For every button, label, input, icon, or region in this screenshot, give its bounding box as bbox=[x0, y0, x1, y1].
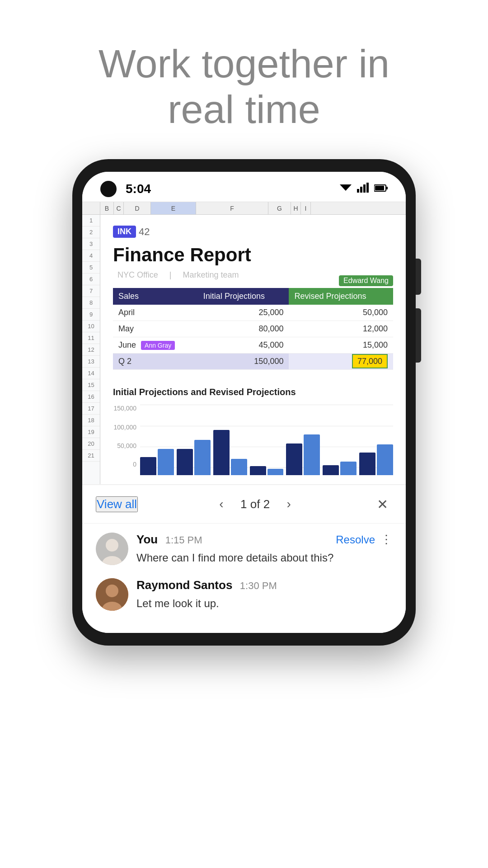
table-cell-label: Q 2 bbox=[113, 354, 198, 370]
doc-office: NYC Office bbox=[117, 270, 158, 279]
chart-y-labels: 150,000 100,000 50,000 0 bbox=[113, 405, 140, 468]
hero-section: Work together in real time bbox=[0, 0, 488, 159]
bar-light bbox=[231, 459, 247, 475]
bottom-panel: View all ‹ 1 of 2 › ✕ bbox=[82, 484, 406, 632]
chart-area: 150,000 100,000 50,000 0 bbox=[113, 405, 393, 477]
table-cell-initial: 150,000 bbox=[198, 354, 289, 370]
bar-dark bbox=[323, 465, 339, 475]
status-bar: 5:04 bbox=[82, 172, 406, 202]
table-row: May 80,000 12,000 bbox=[113, 321, 393, 337]
phone-screen: 5:04 bbox=[82, 172, 406, 632]
table-header-sales: Sales bbox=[113, 288, 198, 305]
resolve-button[interactable]: Resolve bbox=[336, 533, 375, 546]
bar-dark bbox=[286, 443, 302, 475]
close-button[interactable]: ✕ bbox=[372, 494, 392, 514]
signal-icon bbox=[357, 183, 369, 195]
table-cell-revised: 50,000 bbox=[289, 305, 393, 321]
table-cell-label: May bbox=[113, 321, 198, 337]
table-cell-revised: 12,000 bbox=[289, 321, 393, 337]
more-options-button[interactable]: ⋮ bbox=[380, 533, 392, 547]
comment-header: You 1:15 PM Resolve ⋮ bbox=[136, 533, 392, 547]
doc-content: INK 42 Finance Report NYC Office | Marke… bbox=[100, 215, 406, 387]
bar-light bbox=[377, 444, 393, 475]
svg-rect-4 bbox=[366, 183, 369, 193]
doc-badge: INK 42 bbox=[113, 226, 150, 238]
comment-author: Raymond Santos bbox=[136, 578, 232, 592]
comments-section: You 1:15 PM Resolve ⋮ Where can I find m… bbox=[82, 524, 406, 632]
table-cell-label: June Ann Gray bbox=[113, 337, 198, 354]
comment-author: You bbox=[136, 533, 158, 546]
comment-body: You 1:15 PM Resolve ⋮ Where can I find m… bbox=[136, 533, 392, 566]
comment-item: You 1:15 PM Resolve ⋮ Where can I find m… bbox=[96, 533, 392, 566]
nav-pagination: ‹ 1 of 2 › bbox=[211, 494, 299, 514]
row-numbers: 1 2 3 4 5 6 7 8 9 10 11 12 13 14 bbox=[82, 215, 100, 484]
table-header-revised: Revised Projections bbox=[289, 288, 393, 305]
bar-light bbox=[267, 469, 284, 475]
comment-actions: Resolve ⋮ bbox=[336, 533, 392, 547]
table-row-selected: Q 2 150,000 77,000 bbox=[113, 354, 393, 370]
bar-dark bbox=[213, 430, 230, 475]
spreadsheet-container: B C D E F G H I 1 2 3 4 5 bbox=[82, 202, 406, 484]
comment-text: Where can I find more details about this… bbox=[136, 550, 392, 566]
chart-bars bbox=[140, 405, 393, 477]
avatar-you bbox=[96, 533, 128, 565]
table-cell-revised: 77,000 bbox=[289, 354, 393, 370]
phone-mockup: 5:04 bbox=[72, 159, 416, 645]
comment-time: 1:30 PM bbox=[240, 580, 277, 591]
status-icons bbox=[340, 183, 388, 195]
svg-rect-3 bbox=[363, 184, 366, 193]
doc-team: Marketing team bbox=[183, 270, 239, 279]
status-time: 5:04 bbox=[126, 182, 151, 196]
badge-num: 42 bbox=[139, 226, 150, 238]
chart-title: Initial Projections and Revised Projecti… bbox=[113, 387, 393, 397]
chart-section: Initial Projections and Revised Projecti… bbox=[100, 387, 406, 484]
table-cell-initial: 25,000 bbox=[198, 305, 289, 321]
bar-light bbox=[194, 440, 211, 475]
bar-dark bbox=[140, 457, 156, 475]
comment-item: Raymond Santos 1:30 PM Let me look it up… bbox=[96, 578, 392, 611]
svg-point-9 bbox=[106, 539, 118, 552]
bar-light bbox=[340, 462, 357, 475]
nav-bar: View all ‹ 1 of 2 › ✕ bbox=[82, 485, 406, 524]
phone-shell: 5:04 bbox=[72, 159, 416, 645]
page-info: 1 of 2 bbox=[240, 497, 270, 511]
battery-icon bbox=[374, 184, 388, 194]
wifi-icon bbox=[340, 183, 352, 195]
spreadsheet-body: 1 2 3 4 5 6 7 8 9 10 11 12 13 14 bbox=[82, 215, 406, 484]
svg-rect-7 bbox=[375, 186, 384, 190]
svg-rect-1 bbox=[357, 189, 359, 193]
next-page-button[interactable]: › bbox=[279, 494, 299, 514]
data-table: Sales Initial Projections Revised Projec… bbox=[113, 288, 393, 370]
hero-title: Work together in real time bbox=[27, 41, 461, 132]
bar-dark bbox=[359, 453, 375, 475]
table-cell-revised: 15,000 bbox=[289, 337, 393, 354]
doc-title: Finance Report bbox=[113, 244, 393, 266]
comment-body: Raymond Santos 1:30 PM Let me look it up… bbox=[136, 578, 392, 611]
table-cell-initial: 45,000 bbox=[198, 337, 289, 354]
bar-light bbox=[158, 449, 174, 475]
svg-point-12 bbox=[106, 585, 118, 597]
bar-light bbox=[304, 434, 320, 475]
view-all-button[interactable]: View all bbox=[96, 496, 138, 512]
ann-gray-tag: Ann Gray bbox=[141, 341, 175, 350]
camera-notch bbox=[100, 181, 117, 197]
table-header-initial: Initial Projections bbox=[198, 288, 289, 305]
edward-wang-tooltip: Edward Wang bbox=[339, 275, 393, 286]
svg-rect-2 bbox=[360, 187, 362, 193]
comment-header: Raymond Santos 1:30 PM bbox=[136, 578, 392, 592]
table-row: June Ann Gray 45,000 15,000 bbox=[113, 337, 393, 354]
table-cell-label: April bbox=[113, 305, 198, 321]
prev-page-button[interactable]: ‹ bbox=[211, 494, 231, 514]
col-headers: B C D E F G H I bbox=[82, 202, 406, 215]
bar-dark bbox=[177, 449, 193, 475]
svg-marker-0 bbox=[340, 184, 352, 191]
table-cell-initial: 80,000 bbox=[198, 321, 289, 337]
comment-time: 1:15 PM bbox=[165, 534, 202, 546]
svg-rect-6 bbox=[386, 187, 388, 189]
bar-dark bbox=[250, 466, 266, 475]
table-row: April 25,000 50,000 bbox=[113, 305, 393, 321]
comment-text: Let me look it up. bbox=[136, 596, 392, 611]
badge-ink: INK bbox=[113, 226, 136, 238]
avatar-raymond bbox=[96, 578, 128, 611]
